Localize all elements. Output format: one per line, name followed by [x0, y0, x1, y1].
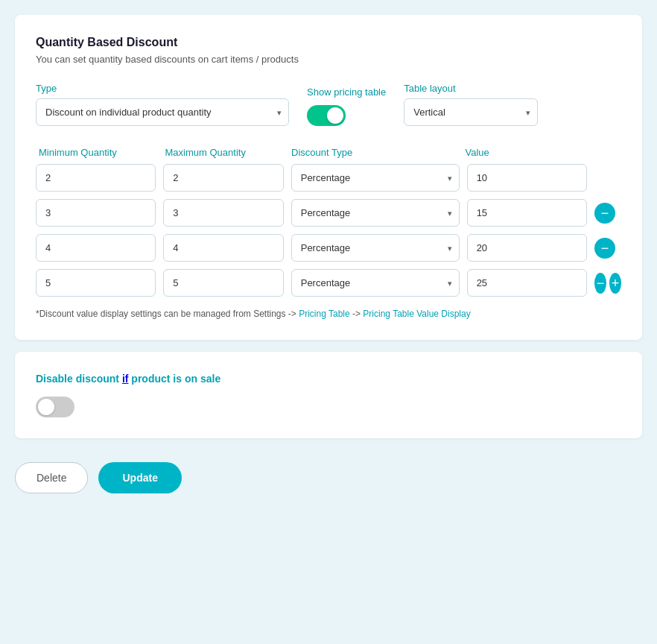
add-row-button[interactable]: +: [609, 273, 621, 294]
max-qty-input-2[interactable]: [163, 199, 283, 227]
row-actions-2: −: [594, 203, 621, 224]
header-actions: [591, 147, 618, 158]
type-select-wrapper: Discount on individual product quantity …: [36, 98, 289, 126]
note-prefix: *Discount value display settings can be …: [36, 309, 299, 319]
show-pricing-table-label: Show pricing table: [307, 86, 386, 98]
header-value: Value: [465, 147, 584, 158]
value-input-2[interactable]: [467, 199, 587, 227]
type-select[interactable]: Discount on individual product quantity …: [36, 98, 289, 126]
discount-type-select-wrapper-1: Percentage Fixed ▾: [291, 164, 460, 192]
table-layout-field-group: Table layout Vertical Horizontal ▾: [404, 83, 538, 126]
discount-type-select-3[interactable]: Percentage Fixed: [291, 234, 460, 262]
toggle-thumb: [327, 107, 343, 124]
disable-discount-title: Disable discount if product is on sale: [36, 373, 621, 385]
discount-type-select-wrapper-2: Percentage Fixed ▾: [291, 199, 460, 227]
table-row: Percentage Fixed ▾ −: [36, 199, 621, 227]
discount-type-select-wrapper-3: Percentage Fixed ▾: [291, 234, 460, 262]
max-qty-input-4[interactable]: [163, 269, 283, 297]
type-label: Type: [36, 83, 289, 94]
show-pricing-table-toggle[interactable]: [307, 105, 346, 126]
disable-discount-card: Disable discount if product is on sale: [15, 352, 642, 438]
table-row: Percentage Fixed ▾ −: [36, 234, 621, 262]
note-arrow: ->: [350, 309, 364, 319]
remove-row-button-4[interactable]: −: [594, 273, 606, 294]
header-min-qty: Minimum Quantity: [39, 147, 158, 158]
min-qty-input-2[interactable]: [36, 199, 156, 227]
footer-actions: Delete Update: [15, 450, 642, 499]
discount-type-select-1[interactable]: Percentage Fixed: [291, 164, 460, 192]
table-layout-label: Table layout: [404, 83, 538, 94]
discount-table-header: Minimum Quantity Maximum Quantity Discou…: [36, 147, 621, 158]
note-link-value-display[interactable]: Pricing Table Value Display: [363, 309, 470, 319]
value-input-1[interactable]: [467, 164, 587, 192]
type-field-group: Type Discount on individual product quan…: [36, 83, 289, 126]
quantity-discount-card: Quantity Based Discount You can set quan…: [15, 15, 642, 340]
show-pricing-table-group: Show pricing table: [307, 86, 386, 126]
remove-row-button-3[interactable]: −: [594, 238, 615, 259]
discount-note: *Discount value display settings can be …: [36, 309, 621, 319]
update-button[interactable]: Update: [98, 462, 181, 493]
disable-discount-title-prefix: Disable discount: [36, 373, 122, 385]
header-max-qty: Maximum Quantity: [165, 147, 285, 158]
max-qty-input-1[interactable]: [163, 164, 283, 192]
disable-discount-title-suffix: product is on sale: [128, 373, 220, 385]
delete-button[interactable]: Delete: [15, 462, 88, 493]
value-input-4[interactable]: [467, 269, 587, 297]
disable-discount-toggle-thumb: [38, 399, 54, 415]
show-pricing-table-toggle-wrapper: [307, 105, 386, 126]
table-row: Percentage Fixed ▾: [36, 164, 621, 192]
remove-row-button-2[interactable]: −: [594, 203, 615, 224]
table-row: Percentage Fixed ▾ − +: [36, 269, 621, 297]
table-layout-select-wrapper: Vertical Horizontal ▾: [404, 98, 538, 126]
discount-type-select-2[interactable]: Percentage Fixed: [291, 199, 460, 227]
value-input-3[interactable]: [467, 234, 587, 262]
table-layout-select[interactable]: Vertical Horizontal: [404, 98, 538, 126]
card-title: Quantity Based Discount: [36, 36, 621, 49]
row-actions-4: − +: [594, 273, 621, 294]
discount-type-select-4[interactable]: Percentage Fixed: [291, 269, 460, 297]
disable-discount-toggle[interactable]: [36, 397, 74, 417]
disable-discount-toggle-wrapper: [36, 397, 621, 417]
min-qty-input-3[interactable]: [36, 234, 156, 262]
discount-type-select-wrapper-4: Percentage Fixed ▾: [291, 269, 460, 297]
note-link-pricing-table[interactable]: Pricing Table: [299, 309, 349, 319]
max-qty-input-3[interactable]: [163, 234, 283, 262]
header-discount-type: Discount Type: [291, 147, 457, 158]
min-qty-input-1[interactable]: [36, 164, 156, 192]
card-subtitle: You can set quantity based discounts on …: [36, 54, 621, 65]
type-row: Type Discount on individual product quan…: [36, 83, 621, 126]
row-actions-3: −: [594, 238, 621, 259]
min-qty-input-4[interactable]: [36, 269, 156, 297]
